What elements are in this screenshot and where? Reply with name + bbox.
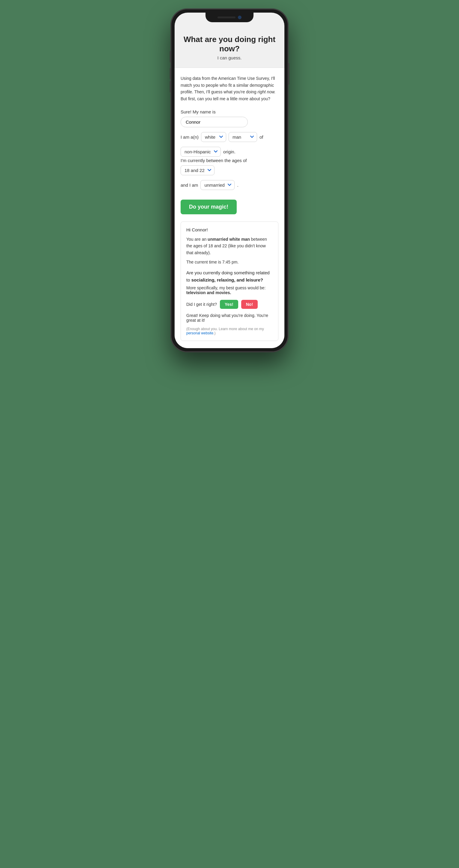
header-section: What are you doing right now? I can gues… [174, 26, 285, 68]
intro-text-part2: But first, can you tell me a little more… [181, 96, 270, 101]
screen-content: What are you doing right now? I can gues… [174, 12, 285, 348]
origin-row: non-Hispanic Hispanic origin. [181, 147, 278, 157]
gender-select[interactable]: man woman [229, 132, 257, 142]
marital-row: and I am unmarried married divorced wido… [181, 180, 278, 190]
notch-camera [238, 16, 241, 19]
result-footer: Great! Keep doing what you're doing. You… [186, 313, 273, 323]
magic-button[interactable]: Do your magic! [181, 199, 237, 214]
result-description: You are an unmarried white man between t… [186, 236, 273, 256]
did-i-get-it-row: Did I get it right? Yes! No! [186, 300, 273, 309]
main-content: Using data from the American Time Use Su… [174, 68, 285, 348]
result-activity-bold: socializing, relaxing, and leisure? [191, 277, 263, 282]
name-input[interactable] [181, 117, 248, 127]
result-guess-bold: television and movies. [186, 290, 231, 295]
result-box: Hi Connor! You are an unmarried white ma… [181, 221, 278, 341]
name-row: Sure! My name is [181, 109, 278, 127]
page-subtitle: I can guess. [182, 55, 277, 60]
phone-frame: What are you doing right now? I can gues… [171, 9, 288, 352]
personal-website-link[interactable]: personal website [186, 331, 213, 335]
attribution-text: (Enough about you. Learn more about me o… [186, 327, 264, 331]
result-guess: More specifically, my best guess would b… [186, 285, 273, 295]
result-attribution: (Enough about you. Learn more about me o… [186, 327, 273, 335]
race-label: I am a(n) [181, 134, 199, 140]
intro-text-italic: right now. [257, 89, 275, 94]
result-activity: Are you currently doing something relate… [186, 269, 273, 284]
notch [205, 12, 254, 22]
result-desc-part1: You are an [186, 237, 207, 242]
attribution-end: .) [213, 331, 216, 335]
notch-speaker [218, 17, 235, 18]
phone-screen: What are you doing right now? I can gues… [174, 12, 285, 348]
result-time: The current time is 7:45 pm. [186, 259, 273, 265]
race-gender-row: I am a(n) white Black Asian Other man wo… [181, 132, 278, 142]
no-button[interactable]: No! [241, 300, 258, 309]
result-greeting: Hi Connor! [186, 227, 273, 232]
marital-select[interactable]: unmarried married divorced widowed [200, 180, 235, 190]
name-label: Sure! My name is [181, 109, 216, 114]
intro-text: Using data from the American Time Use Su… [181, 75, 278, 102]
age-label: I'm currently between the ages of [181, 158, 247, 163]
result-desc-bold: unmarried white man [207, 237, 250, 242]
race-select[interactable]: white Black Asian Other [201, 132, 226, 142]
marital-label: and I am [181, 183, 198, 188]
page-title: What are you doing right now? [182, 35, 277, 54]
result-guess-text: More specifically, my best guess would b… [186, 285, 265, 290]
age-row: I'm currently between the ages of 18 and… [181, 158, 278, 175]
gender-suffix: of [260, 134, 263, 140]
origin-suffix: origin. [223, 149, 235, 154]
marital-suffix: . [237, 183, 238, 188]
did-i-label: Did I get it right? [186, 302, 217, 307]
age-select[interactable]: 18 and 22 23 and 29 30 and 39 40 and 49 … [181, 165, 215, 175]
yes-button[interactable]: Yes! [220, 300, 238, 309]
origin-select[interactable]: non-Hispanic Hispanic [181, 147, 221, 157]
